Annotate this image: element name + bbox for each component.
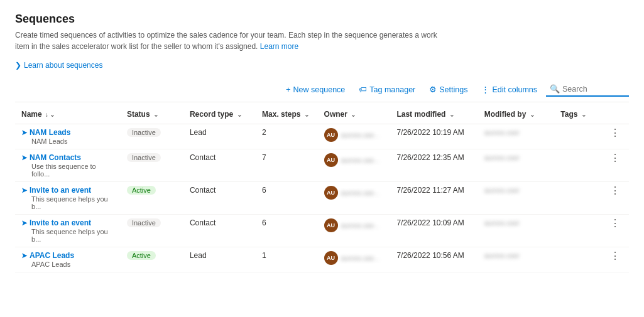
sequence-name-link-4[interactable]: ➤ APAC Leads: [21, 251, 114, 260]
cell-owner-1: AU aurora use...: [318, 149, 391, 182]
cell-modified-by-3: aurora user: [478, 215, 555, 247]
chevron-down-icon: ⌄: [530, 111, 535, 118]
plus-icon: +: [286, 85, 291, 94]
chevron-right-icon: ❯: [15, 61, 21, 70]
page-container: Sequences Create timed sequences of acti…: [0, 0, 644, 285]
row-more-button-0[interactable]: ⋮: [608, 128, 623, 138]
col-header-record-type[interactable]: Record type ⌄: [183, 105, 256, 124]
search-input[interactable]: [562, 85, 625, 94]
cell-record-type-3: Contact: [183, 215, 256, 247]
chevron-down-icon: ⌄: [153, 111, 158, 118]
status-badge-2: Active: [127, 186, 156, 195]
status-badge-1: Inactive: [127, 153, 161, 162]
cell-tags-4: [554, 247, 601, 272]
cell-modified-by-4: aurora user: [478, 247, 555, 272]
page-description: Create timed sequences of activities to …: [15, 30, 442, 52]
cell-last-modified-2: 7/26/2022 11:27 AM: [390, 182, 478, 215]
col-header-status[interactable]: Status ⌄: [121, 105, 183, 124]
chevron-down-icon: ⌄: [50, 111, 55, 118]
cell-tags-1: [554, 149, 601, 182]
chevron-down-icon: ⌄: [304, 111, 309, 118]
cell-max-steps-4: 1: [256, 247, 318, 272]
row-more-button-4[interactable]: ⋮: [608, 251, 623, 261]
sequence-sub-4: APAC Leads: [21, 261, 114, 268]
cell-owner-3: AU aurora use...: [318, 215, 391, 247]
row-more-button-2[interactable]: ⋮: [608, 186, 623, 196]
cell-modified-by-2: aurora user: [478, 182, 555, 215]
tag-manager-button[interactable]: 🏷 Tag manager: [354, 82, 420, 97]
cell-tags-2: [554, 182, 601, 215]
col-header-name[interactable]: Name ↓⌄: [15, 105, 121, 124]
table-row: ➤ APAC Leads APAC Leads Active Lead 1 AU…: [15, 247, 629, 272]
sequence-name-link-0[interactable]: ➤ NAM Leads: [21, 128, 114, 137]
cell-last-modified-3: 7/26/2022 10:09 AM: [390, 215, 478, 247]
chevron-down-icon: ⌄: [581, 111, 586, 118]
sequence-sub-2: This sequence helps you b...: [21, 195, 114, 210]
search-icon: 🔍: [550, 84, 560, 94]
row-more-button-1[interactable]: ⋮: [608, 153, 623, 163]
table-row: ➤ Invite to an event This sequence helps…: [15, 182, 629, 215]
cell-tags-3: [554, 215, 601, 247]
cell-modified-by-0: aurora user: [478, 124, 555, 149]
edit-columns-button[interactable]: ⋮ Edit columns: [476, 82, 542, 97]
sort-asc-icon: ↓: [45, 111, 48, 118]
cell-owner-4: AU aurora use...: [318, 247, 391, 272]
cell-actions-3: ⋮: [601, 215, 629, 247]
cell-name-2: ➤ Invite to an event This sequence helps…: [15, 182, 121, 215]
page-header: Sequences Create timed sequences of acti…: [15, 13, 629, 70]
sequence-sub-0: NAM Leads: [21, 137, 114, 145]
sequence-arrow-icon-1: ➤: [21, 154, 27, 162]
col-header-max-steps[interactable]: Max. steps ⌄: [256, 105, 318, 124]
sequence-name-link-1[interactable]: ➤ NAM Contacts: [21, 153, 114, 162]
sequence-arrow-icon-4: ➤: [21, 252, 27, 260]
cell-record-type-2: Contact: [183, 182, 256, 215]
cell-owner-2: AU aurora use...: [318, 182, 391, 215]
cell-record-type-1: Contact: [183, 149, 256, 182]
cell-actions-4: ⋮: [601, 247, 629, 272]
toolbar: + New sequence 🏷 Tag manager ⚙ Settings …: [15, 82, 629, 102]
cell-max-steps-1: 7: [256, 149, 318, 182]
settings-button[interactable]: ⚙ Settings: [424, 82, 472, 97]
col-header-modified-by[interactable]: Modified by ⌄: [478, 105, 555, 124]
cell-max-steps-2: 6: [256, 182, 318, 215]
status-badge-0: Inactive: [127, 128, 161, 137]
sequences-table: Name ↓⌄ Status ⌄ Record type ⌄ Max. step…: [15, 105, 629, 272]
cell-actions-1: ⋮: [601, 149, 629, 182]
cell-status-1: Inactive: [121, 149, 183, 182]
chevron-down-icon: ⌄: [449, 111, 454, 118]
avatar-1: AU: [324, 153, 338, 167]
cell-tags-0: [554, 124, 601, 149]
row-more-button-3[interactable]: ⋮: [608, 218, 623, 228]
owner-name-0: aurora use...: [341, 131, 380, 139]
sequence-sub-3: This sequence helps you b...: [21, 228, 114, 243]
col-header-tags[interactable]: Tags ⌄: [554, 105, 601, 124]
cell-record-type-0: Lead: [183, 124, 256, 149]
new-sequence-button[interactable]: + New sequence: [281, 82, 350, 97]
avatar-3: AU: [324, 218, 338, 232]
col-header-owner[interactable]: Owner ⌄: [318, 105, 391, 124]
cell-status-2: Active: [121, 182, 183, 215]
sequence-arrow-icon-0: ➤: [21, 129, 27, 137]
cell-status-4: Active: [121, 247, 183, 272]
status-badge-3: Inactive: [127, 218, 161, 227]
table-row: ➤ NAM Contacts Use this sequence to foll…: [15, 149, 629, 182]
sequence-arrow-icon-3: ➤: [21, 219, 27, 227]
learn-more-link[interactable]: Learn more: [260, 42, 298, 51]
col-header-last-modified[interactable]: Last modified ⌄: [390, 105, 478, 124]
cell-name-1: ➤ NAM Contacts Use this sequence to foll…: [15, 149, 121, 182]
status-badge-4: Active: [127, 251, 156, 260]
learn-about-link[interactable]: ❯ Learn about sequences: [15, 61, 102, 70]
cell-last-modified-1: 7/26/2022 12:35 AM: [390, 149, 478, 182]
cell-actions-2: ⋮: [601, 182, 629, 215]
table-row: ➤ NAM Leads NAM Leads Inactive Lead 2 AU…: [15, 124, 629, 149]
page-title: Sequences: [15, 13, 629, 26]
sequence-name-link-3[interactable]: ➤ Invite to an event: [21, 218, 114, 227]
sequence-sub-1: Use this sequence to follo...: [21, 163, 114, 178]
search-box: 🔍: [546, 82, 629, 97]
col-header-actions: [601, 105, 629, 124]
table-row: ➤ Invite to an event This sequence helps…: [15, 215, 629, 247]
sequence-name-link-2[interactable]: ➤ Invite to an event: [21, 186, 114, 195]
gear-icon: ⚙: [429, 85, 437, 94]
cell-actions-0: ⋮: [601, 124, 629, 149]
owner-name-1: aurora use...: [341, 156, 380, 164]
